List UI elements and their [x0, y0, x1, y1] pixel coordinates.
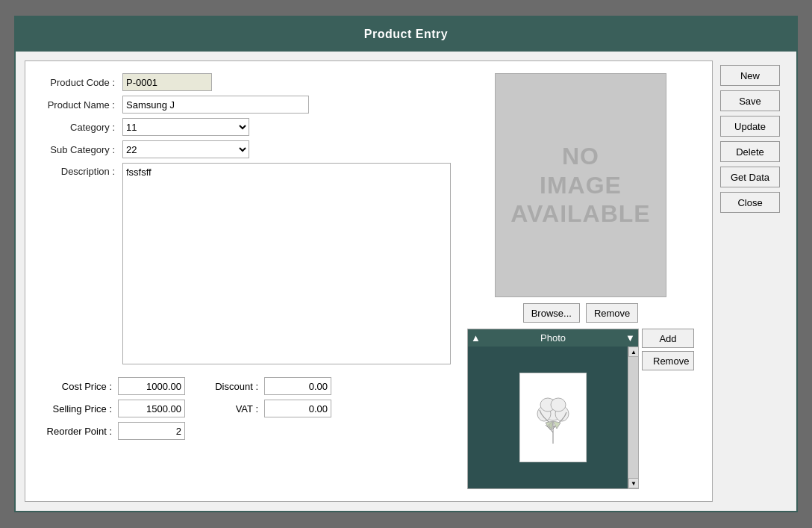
description-textarea[interactable]: fssfsff — [122, 163, 451, 364]
cost-price-input[interactable] — [118, 377, 185, 395]
delete-button[interactable]: Delete — [720, 141, 780, 162]
photo-table-body: ▲ ▼ — [468, 347, 638, 488]
main-body: Product Code : Product Name : Category : — [37, 73, 700, 489]
product-code-input[interactable] — [122, 73, 212, 91]
sub-category-label: Sub Category : — [37, 144, 119, 155]
left-form: Product Code : Product Name : Category : — [37, 73, 451, 489]
scroll-up-arrow[interactable]: ▲ — [628, 347, 638, 357]
remove-photo-button[interactable]: Remove — [642, 351, 694, 370]
svg-point-7 — [551, 398, 566, 411]
description-wrap: fssfsff — [122, 163, 451, 367]
cost-price-label: Cost Price : — [37, 381, 112, 392]
photo-thumbnail — [519, 373, 587, 462]
window-title: Product Entry — [364, 28, 448, 40]
main-panel: Product Code : Product Name : Category : — [25, 60, 713, 502]
vat-input[interactable] — [264, 400, 331, 417]
photo-svg — [523, 376, 583, 459]
content-area: Product Code : Product Name : Category : — [16, 52, 796, 511]
photo-action-buttons: Add Remove — [642, 329, 694, 370]
photo-header-scroll-down[interactable]: ▼ — [625, 332, 635, 344]
product-code-wrap — [122, 73, 451, 91]
title-bar: Product Entry — [16, 17, 796, 52]
selling-price-label: Selling Price : — [37, 403, 112, 414]
add-photo-button[interactable]: Add — [642, 329, 694, 348]
vat-label: VAT : — [199, 403, 258, 414]
get-data-button[interactable]: Get Data — [720, 167, 780, 187]
browse-button[interactable]: Browse... — [523, 303, 580, 323]
product-code-label: Product Code : — [37, 77, 119, 88]
selling-price-input[interactable] — [118, 400, 185, 417]
discount-label: Discount : — [199, 381, 258, 392]
category-label: Category : — [37, 122, 119, 133]
reorder-point-input[interactable] — [118, 422, 185, 440]
scroll-down-arrow[interactable]: ▼ — [628, 478, 638, 488]
new-button[interactable]: New — [720, 65, 780, 86]
main-window: Product Entry Product Code : Product Nam… — [14, 16, 798, 512]
close-button[interactable]: Close — [720, 192, 780, 213]
photo-section: ▲ Photo ▼ — [467, 329, 694, 489]
photo-header-label: Photo — [540, 332, 566, 344]
photo-table-header: ▲ Photo ▼ — [468, 329, 638, 347]
no-image-text: NO IMAGE AVAILABLE — [510, 142, 650, 228]
product-name-label: Product Name : — [37, 99, 119, 111]
image-placeholder: NO IMAGE AVAILABLE — [495, 73, 666, 297]
update-button[interactable]: Update — [720, 116, 780, 137]
sub-category-wrap: 22 — [122, 140, 451, 158]
remove-image-button[interactable]: Remove — [586, 303, 638, 323]
photo-header-scroll-up[interactable]: ▲ — [471, 332, 481, 344]
discount-input[interactable] — [264, 377, 331, 395]
form-grid: Product Code : Product Name : Category : — [37, 73, 451, 367]
product-name-wrap — [122, 96, 451, 114]
photo-table: ▲ Photo ▼ — [467, 329, 639, 489]
description-label: Description : — [37, 163, 119, 177]
bottom-fields: Cost Price : Discount : Selling Price : … — [37, 377, 451, 440]
category-select[interactable]: 11 — [122, 118, 249, 136]
side-panel: New Save Update Delete Get Data Close — [720, 60, 787, 502]
reorder-point-label: Reorder Point : — [37, 426, 112, 437]
save-button[interactable]: Save — [720, 90, 780, 111]
product-name-input[interactable] — [122, 96, 309, 114]
category-wrap: 11 — [122, 118, 451, 136]
sub-category-select[interactable]: 22 — [122, 140, 249, 158]
photo-scrollbar[interactable]: ▲ ▼ — [628, 347, 638, 488]
right-section: NO IMAGE AVAILABLE Browse... Remove — [461, 73, 700, 489]
browse-remove-group: Browse... Remove — [523, 303, 639, 323]
